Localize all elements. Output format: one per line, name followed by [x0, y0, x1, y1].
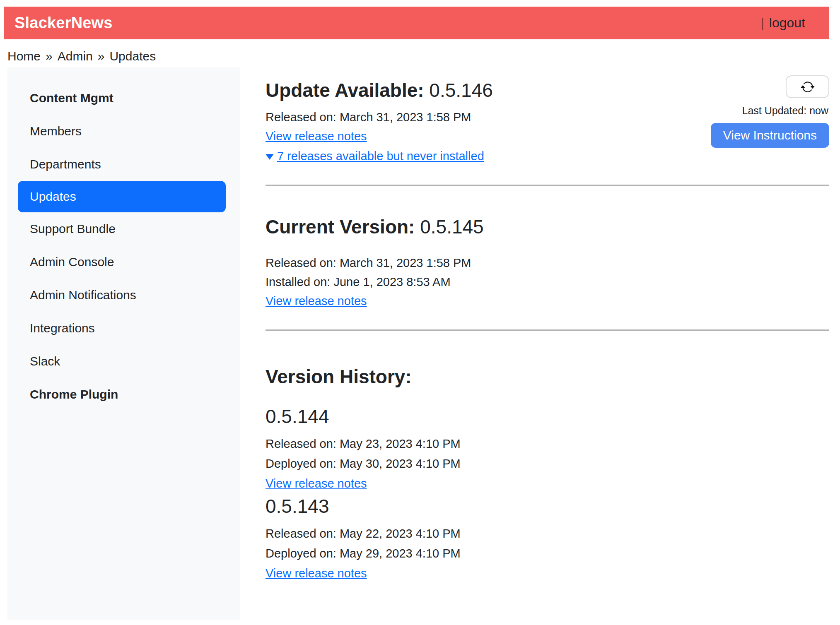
- view-instructions-button[interactable]: View Instructions: [711, 123, 829, 148]
- pending-releases-row: 7 releases available but never installed: [266, 147, 493, 166]
- caret-down-icon: [266, 154, 274, 160]
- breadcrumb-updates[interactable]: Updates: [109, 49, 156, 63]
- current-released-on: Released on: March 31, 2023 1:58 PM: [266, 253, 829, 272]
- refresh-icon: [801, 80, 815, 94]
- version-history-section: Version History: 0.5.144 Released on: Ma…: [266, 365, 829, 583]
- history-deployed-on: Deployed on: May 29, 2023 4:10 PM: [266, 543, 829, 563]
- history-version-number: 0.5.144: [266, 405, 829, 428]
- update-actions: Last Updated: now View Instructions: [711, 75, 829, 148]
- version-history-entry: 0.5.143 Released on: May 22, 2023 4:10 P…: [266, 495, 829, 583]
- main-content: Update Available: 0.5.146 Released on: M…: [240, 67, 829, 620]
- update-available-version: 0.5.146: [429, 79, 492, 101]
- update-available-section: Update Available: 0.5.146 Released on: M…: [266, 79, 829, 166]
- history-deployed-on: Deployed on: May 30, 2023 4:10 PM: [266, 454, 829, 474]
- sidebar-item-chrome-plugin[interactable]: Chrome Plugin: [18, 378, 226, 411]
- version-history-title: Version History:: [266, 365, 829, 388]
- sidebar-item-content-mgmt[interactable]: Content Mgmt: [18, 82, 226, 115]
- update-release-notes-link[interactable]: View release notes: [266, 130, 367, 143]
- current-version-label: Current Version:: [266, 216, 415, 238]
- sidebar: Content Mgmt Members Departments Updates…: [7, 67, 240, 620]
- history-version-number: 0.5.143: [266, 495, 829, 518]
- sidebar-item-updates[interactable]: Updates: [18, 181, 226, 212]
- history-release-notes-link[interactable]: View release notes: [266, 477, 367, 490]
- current-installed-on: Installed on: June 1, 2023 8:53 AM: [266, 272, 829, 291]
- breadcrumb-home[interactable]: Home: [7, 49, 41, 63]
- section-divider: [266, 329, 829, 331]
- history-released-on: Released on: May 22, 2023 4:10 PM: [266, 524, 829, 543]
- logout-separator: |: [761, 15, 764, 31]
- layout: Content Mgmt Members Departments Updates…: [7, 67, 829, 620]
- page: SlackerNews | logout Home » Admin » Upda…: [0, 0, 840, 620]
- breadcrumb: Home » Admin » Updates: [7, 49, 829, 63]
- update-available-label: Update Available:: [266, 79, 424, 101]
- breadcrumb-separator: »: [46, 49, 53, 63]
- top-nav: SlackerNews | logout: [4, 7, 829, 39]
- sidebar-item-admin-notifications[interactable]: Admin Notifications: [18, 279, 226, 312]
- breadcrumb-separator: »: [98, 49, 105, 63]
- refresh-button[interactable]: [786, 75, 829, 98]
- sidebar-item-integrations[interactable]: Integrations: [18, 312, 226, 345]
- pending-releases-link[interactable]: 7 releases available but never installed: [277, 147, 484, 166]
- current-version-number: 0.5.145: [420, 216, 483, 238]
- sidebar-item-support-bundle[interactable]: Support Bundle: [18, 212, 226, 245]
- current-release-notes-link[interactable]: View release notes: [266, 294, 367, 308]
- current-version-section: Current Version: 0.5.145 Released on: Ma…: [266, 216, 829, 310]
- sidebar-item-departments[interactable]: Departments: [18, 148, 226, 181]
- sidebar-item-slack[interactable]: Slack: [18, 345, 226, 378]
- sidebar-nav: Content Mgmt Members Departments Updates…: [7, 82, 240, 411]
- version-history-entry: 0.5.144 Released on: May 23, 2023 4:10 P…: [266, 405, 829, 493]
- logout-link[interactable]: logout: [769, 15, 805, 31]
- history-released-on: Released on: May 23, 2023 4:10 PM: [266, 434, 829, 454]
- brand-logo[interactable]: SlackerNews: [14, 14, 113, 32]
- breadcrumb-admin[interactable]: Admin: [58, 49, 93, 63]
- sidebar-item-admin-console[interactable]: Admin Console: [18, 245, 226, 279]
- update-available-title: Update Available: 0.5.146: [266, 79, 493, 102]
- last-updated-text: Last Updated: now: [742, 105, 828, 117]
- sidebar-item-members[interactable]: Members: [18, 115, 226, 148]
- section-divider: [266, 185, 829, 186]
- update-available-info: Update Available: 0.5.146 Released on: M…: [266, 79, 493, 166]
- update-released-on: Released on: March 31, 2023 1:58 PM: [266, 108, 493, 127]
- history-release-notes-link[interactable]: View release notes: [266, 567, 367, 580]
- logout-area: | logout: [761, 15, 806, 31]
- current-version-title: Current Version: 0.5.145: [266, 216, 829, 238]
